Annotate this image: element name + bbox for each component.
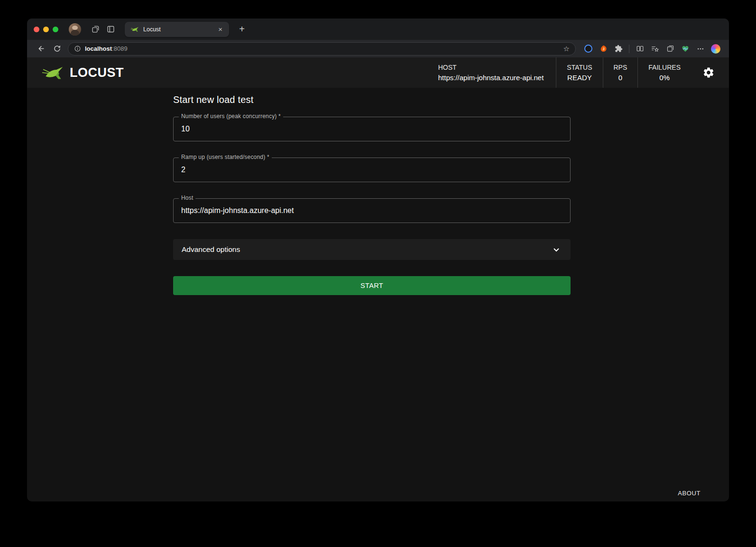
toolbar-divider xyxy=(629,45,629,53)
users-input[interactable] xyxy=(174,125,570,133)
stat-failures-value: 0% xyxy=(659,74,670,82)
tab-close-icon[interactable]: × xyxy=(216,25,224,34)
stat-status-label: STATUS xyxy=(567,64,592,71)
gear-icon xyxy=(702,66,715,79)
workspaces-icon[interactable] xyxy=(88,22,103,37)
collections-icon[interactable] xyxy=(664,42,677,56)
tab-strip: Locust × + xyxy=(27,19,729,40)
ramp-up-field-label: Ramp up (users started/second) * xyxy=(179,154,272,160)
back-button[interactable] xyxy=(34,42,48,56)
locust-favicon-icon xyxy=(130,26,139,32)
users-field-label: Number of users (peak concurrency) * xyxy=(179,113,283,120)
bookmark-star-icon[interactable]: ☆ xyxy=(563,45,570,53)
refresh-button[interactable] xyxy=(50,42,64,56)
chevron-down-icon xyxy=(551,244,562,255)
address-bar[interactable]: localhost:8089 ☆ xyxy=(68,42,576,56)
stat-failures: FAILURES 0% xyxy=(637,57,691,88)
host-field-label: Host xyxy=(179,195,195,201)
stat-failures-label: FAILURES xyxy=(648,64,681,71)
copilot-icon[interactable] xyxy=(709,42,722,56)
stat-status: STATUS READY xyxy=(556,57,602,88)
users-field-group: Number of users (peak concurrency) * xyxy=(173,117,571,141)
favorites-icon[interactable] xyxy=(648,42,662,56)
app-header: LOCUST HOST https://apim-johnsta.azure-a… xyxy=(27,57,729,88)
more-menu-icon[interactable] xyxy=(694,42,707,56)
about-link[interactable]: ABOUT xyxy=(678,490,701,497)
new-tab-button[interactable]: + xyxy=(236,24,248,35)
advanced-options-label: Advanced options xyxy=(182,245,240,254)
extensions-puzzle-icon[interactable] xyxy=(612,42,625,56)
url-port: :8089 xyxy=(112,45,128,52)
window-controls xyxy=(34,27,58,32)
stat-rps: RPS 0 xyxy=(603,57,638,88)
settings-button[interactable] xyxy=(691,57,729,88)
extension-password-icon[interactable] xyxy=(581,42,595,56)
profile-avatar[interactable] xyxy=(69,23,81,36)
ramp-up-field-group: Ramp up (users started/second) * xyxy=(173,158,571,182)
site-info-icon[interactable] xyxy=(74,45,81,52)
vertical-tabs-icon[interactable] xyxy=(103,22,118,37)
stat-rps-label: RPS xyxy=(614,64,627,71)
browser-essentials-icon[interactable] xyxy=(679,42,692,56)
locust-app: LOCUST HOST https://apim-johnsta.azure-a… xyxy=(27,57,729,501)
url-text[interactable]: localhost:8089 xyxy=(85,45,128,52)
stat-host: HOST https://apim-johnsta.azure-api.net xyxy=(428,57,556,88)
ramp-up-input[interactable] xyxy=(174,166,570,174)
url-host: localhost xyxy=(85,45,112,52)
tab-title: Locust xyxy=(143,26,216,33)
host-input[interactable] xyxy=(174,206,570,215)
split-screen-icon[interactable] xyxy=(633,42,646,56)
stat-rps-value: 0 xyxy=(618,74,622,82)
stat-host-value: https://apim-johnsta.azure-api.net xyxy=(438,74,544,82)
stat-host-label: HOST xyxy=(438,64,457,71)
extension-orange-icon[interactable] xyxy=(597,42,610,56)
browser-toolbar: localhost:8089 ☆ xyxy=(27,40,729,57)
start-button[interactable]: START xyxy=(173,276,571,295)
brand-name: LOCUST xyxy=(70,65,124,80)
locust-logo-icon xyxy=(41,65,64,80)
close-window-button[interactable] xyxy=(34,27,39,32)
browser-window: Locust × + localhost:8089 ☆ xyxy=(27,19,729,501)
zoom-window-button[interactable] xyxy=(53,27,58,32)
advanced-options-accordion[interactable]: Advanced options xyxy=(173,239,571,260)
page-title: Start new load test xyxy=(173,94,571,105)
load-test-form: Start new load test Number of users (pea… xyxy=(173,88,571,295)
stat-status-value: READY xyxy=(567,74,592,82)
main-content: Start new load test Number of users (pea… xyxy=(27,88,729,501)
header-stats: HOST https://apim-johnsta.azure-api.net … xyxy=(428,57,691,88)
host-field-group: Host xyxy=(173,198,571,223)
browser-tab-locust[interactable]: Locust × xyxy=(125,22,229,37)
brand: LOCUST xyxy=(27,57,428,88)
minimize-window-button[interactable] xyxy=(43,27,49,32)
